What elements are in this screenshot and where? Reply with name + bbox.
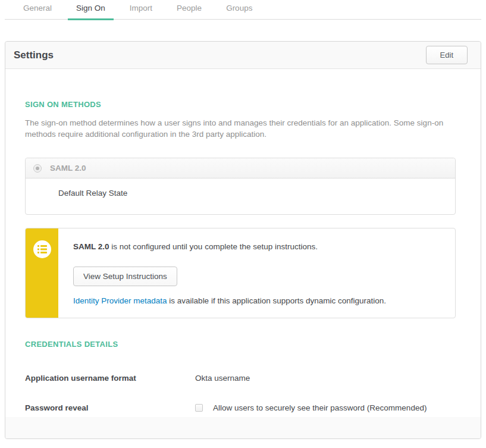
idp-metadata-suffix: is available if this application support… (167, 296, 386, 305)
password-reveal-label: Password reveal (25, 403, 195, 412)
settings-panel-header: Settings Edit (5, 42, 481, 69)
saml-method-box: SAML 2.0 Default Relay State (25, 158, 456, 215)
password-reveal-value: Allow users to securely see their passwo… (195, 403, 427, 412)
password-reveal-row: Password reveal Allow users to securely … (25, 403, 456, 412)
password-reveal-checkbox[interactable] (195, 404, 203, 412)
view-setup-instructions-button[interactable]: View Setup Instructions (73, 267, 177, 286)
idp-metadata-line: Identity Provider metadata is available … (73, 296, 386, 305)
saml-setup-callout: SAML 2.0 is not configured until you com… (25, 228, 456, 318)
panel-content: SIGN ON METHODS The sign-on method deter… (5, 69, 481, 417)
default-relay-state-label: Default Relay State (26, 178, 455, 198)
tab-general[interactable]: General (15, 4, 60, 20)
identity-provider-metadata-link[interactable]: Identity Provider metadata (73, 296, 167, 305)
credentials-details-heading: CREDENTIALS DETAILS (25, 340, 456, 349)
sign-on-methods-heading: SIGN ON METHODS (25, 100, 456, 109)
edit-button[interactable]: Edit (426, 46, 468, 64)
saml-radio-button[interactable] (33, 164, 42, 173)
app-tab-bar: General Sign On Import People Groups (5, 0, 481, 20)
tab-people[interactable]: People (168, 4, 210, 20)
callout-message: SAML 2.0 is not configured until you com… (73, 242, 386, 251)
saml-method-header: SAML 2.0 (26, 158, 455, 178)
callout-body: SAML 2.0 is not configured until you com… (58, 228, 398, 318)
panel-footer (5, 417, 481, 438)
callout-yellow-strip (26, 228, 58, 318)
settings-panel: Settings Edit SIGN ON METHODS The sign-o… (5, 41, 481, 439)
username-format-row: Application username format Okta usernam… (25, 374, 456, 383)
tab-import[interactable]: Import (121, 4, 161, 20)
saml-method-label: SAML 2.0 (50, 164, 86, 173)
username-format-value: Okta username (195, 374, 250, 383)
panel-title: Settings (14, 49, 54, 61)
list-icon (33, 240, 51, 258)
tab-groups[interactable]: Groups (218, 4, 261, 20)
callout-message-bold: SAML 2.0 (73, 242, 109, 251)
saml-method-body: Default Relay State (26, 178, 455, 214)
username-format-label: Application username format (25, 374, 195, 383)
password-reveal-checkbox-label: Allow users to securely see their passwo… (213, 403, 427, 412)
sign-on-methods-description: The sign-on method determines how a user… (25, 117, 456, 140)
tab-sign-on[interactable]: Sign On (68, 4, 114, 20)
callout-message-rest: is not configured until you complete the… (109, 242, 318, 251)
